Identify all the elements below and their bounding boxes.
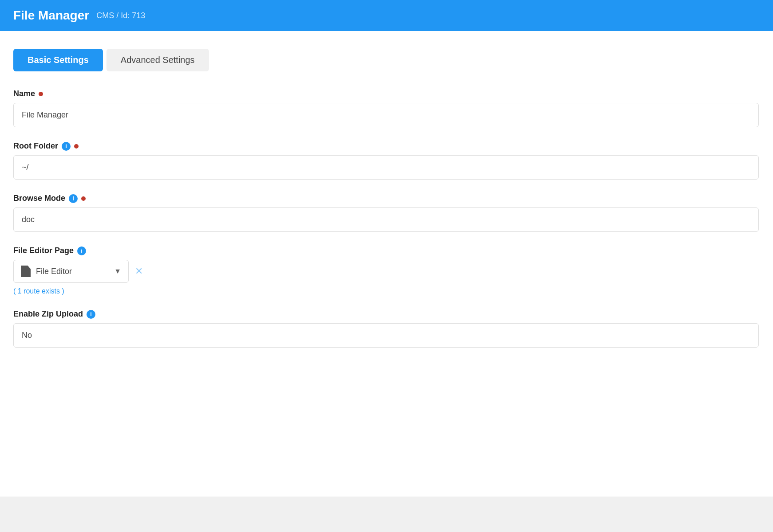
file-editor-page-field-group: File Editor Page i File Editor ▼ ✕ ( 1 r… [13, 246, 759, 295]
root-folder-info-icon[interactable]: i [62, 142, 71, 151]
tab-advanced-settings[interactable]: Advanced Settings [106, 49, 209, 71]
browse-mode-field-group: Browse Mode i [13, 194, 759, 232]
enable-zip-upload-input[interactable] [13, 323, 759, 348]
root-folder-label: Root Folder i [13, 141, 759, 151]
file-editor-select[interactable]: File Editor ▼ [13, 260, 129, 283]
file-editor-page-info-icon[interactable]: i [77, 246, 86, 255]
name-label: Name [13, 89, 759, 98]
page-subtitle: CMS / Id: 713 [96, 11, 145, 20]
root-folder-required-dot [74, 144, 79, 149]
tab-bar: Basic Settings Advanced Settings [13, 49, 760, 71]
enable-zip-upload-info-icon[interactable]: i [87, 310, 95, 319]
root-folder-field-group: Root Folder i [13, 141, 759, 180]
file-editor-page-label-text: File Editor Page [13, 246, 74, 255]
form-section: Name Root Folder i Browse Mode i [13, 89, 759, 348]
browse-mode-label: Browse Mode i [13, 194, 759, 203]
clear-selection-icon[interactable]: ✕ [135, 266, 143, 277]
browse-mode-label-text: Browse Mode [13, 194, 65, 203]
name-required-dot [39, 92, 43, 96]
name-input[interactable] [13, 103, 759, 127]
page-header: File Manager CMS / Id: 713 [0, 0, 773, 31]
browse-mode-info-icon[interactable]: i [69, 194, 78, 203]
file-editor-selected-label: File Editor [36, 267, 109, 276]
name-label-text: Name [13, 89, 35, 98]
tab-basic-settings[interactable]: Basic Settings [13, 49, 103, 71]
enable-zip-upload-label: Enable Zip Upload i [13, 309, 759, 319]
footer-bar [0, 497, 773, 532]
main-content: Basic Settings Advanced Settings Name Ro… [0, 31, 773, 497]
file-editor-page-label: File Editor Page i [13, 246, 759, 255]
root-folder-input[interactable] [13, 155, 759, 180]
root-folder-label-text: Root Folder [13, 141, 58, 151]
chevron-down-icon: ▼ [114, 267, 121, 275]
route-info-text[interactable]: ( 1 route exists ) [13, 287, 759, 295]
enable-zip-upload-label-text: Enable Zip Upload [13, 309, 83, 319]
browse-mode-input[interactable] [13, 207, 759, 232]
file-editor-select-wrapper: File Editor ▼ ✕ [13, 260, 759, 283]
page-title: File Manager [13, 8, 89, 23]
file-editor-file-icon [21, 266, 31, 277]
browse-mode-required-dot [81, 196, 86, 201]
name-field-group: Name [13, 89, 759, 127]
enable-zip-upload-field-group: Enable Zip Upload i [13, 309, 759, 348]
